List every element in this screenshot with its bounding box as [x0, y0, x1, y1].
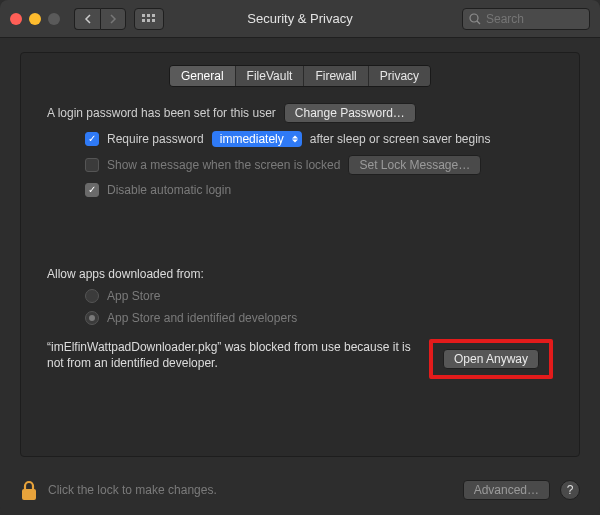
svg-rect-0 — [142, 14, 145, 17]
require-password-checkbox[interactable] — [85, 132, 99, 146]
preferences-window: Security & Privacy General FileVault Fir… — [0, 0, 600, 515]
settings-panel: General FileVault Firewall Privacy A log… — [20, 52, 580, 457]
set-lock-message-button: Set Lock Message… — [348, 155, 481, 175]
lock-hint-text: Click the lock to make changes. — [48, 483, 217, 497]
minimize-window-button[interactable] — [29, 13, 41, 25]
disable-automatic-login-checkbox — [85, 183, 99, 197]
lock-icon[interactable] — [20, 479, 38, 501]
allow-app-store-radio — [85, 289, 99, 303]
traffic-lights — [10, 13, 60, 25]
svg-rect-3 — [142, 19, 145, 22]
help-button[interactable]: ? — [560, 480, 580, 500]
login-password-set-text: A login password has been set for this u… — [47, 106, 276, 120]
svg-rect-1 — [147, 14, 150, 17]
tab-general[interactable]: General — [170, 66, 236, 86]
svg-rect-4 — [147, 19, 150, 22]
svg-rect-5 — [152, 19, 155, 22]
nav-buttons — [74, 8, 126, 30]
svg-rect-8 — [22, 489, 36, 500]
change-password-button[interactable]: Change Password… — [284, 103, 416, 123]
show-all-button[interactable] — [134, 8, 164, 30]
require-password-delay-select[interactable]: immediately — [212, 131, 302, 147]
tab-bar: General FileVault Firewall Privacy — [169, 65, 431, 87]
zoom-window-button[interactable] — [48, 13, 60, 25]
require-password-label: Require password — [107, 132, 204, 146]
search-icon — [469, 13, 481, 25]
svg-line-7 — [477, 21, 480, 24]
close-window-button[interactable] — [10, 13, 22, 25]
advanced-button[interactable]: Advanced… — [463, 480, 550, 500]
blocked-app-message: “imElfinWattpadDownloader.pkg” was block… — [47, 339, 419, 371]
search-field[interactable] — [462, 8, 590, 30]
content-area: General FileVault Firewall Privacy A log… — [0, 38, 600, 469]
svg-point-6 — [470, 14, 478, 22]
allow-app-store-label: App Store — [107, 289, 160, 303]
tab-privacy[interactable]: Privacy — [369, 66, 430, 86]
tab-firewall[interactable]: Firewall — [304, 66, 368, 86]
require-password-after-text: after sleep or screen saver begins — [310, 132, 491, 146]
footer: Click the lock to make changes. Advanced… — [0, 469, 600, 515]
require-password-delay-value: immediately — [220, 132, 284, 146]
open-anyway-button[interactable]: Open Anyway — [443, 349, 539, 369]
open-anyway-highlight: Open Anyway — [429, 339, 553, 379]
tab-filevault[interactable]: FileVault — [236, 66, 305, 86]
show-lock-message-label: Show a message when the screen is locked — [107, 158, 340, 172]
allow-apps-title: Allow apps downloaded from: — [47, 267, 553, 281]
allow-identified-developers-label: App Store and identified developers — [107, 311, 297, 325]
svg-rect-2 — [152, 14, 155, 17]
back-button[interactable] — [74, 8, 100, 30]
disable-automatic-login-label: Disable automatic login — [107, 183, 231, 197]
search-input[interactable] — [486, 12, 583, 26]
chevron-updown-icon — [292, 136, 298, 143]
forward-button[interactable] — [100, 8, 126, 30]
general-pane: A login password has been set for this u… — [21, 103, 579, 379]
titlebar: Security & Privacy — [0, 0, 600, 38]
allow-identified-developers-radio — [85, 311, 99, 325]
show-lock-message-checkbox — [85, 158, 99, 172]
